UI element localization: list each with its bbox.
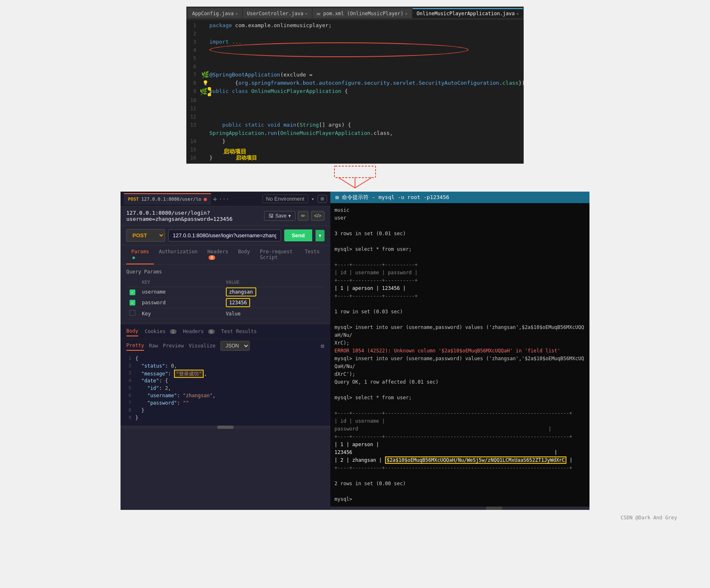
editor-tab-bar: AppConfig.java × UserController.java × 𝑚… <box>186 7 524 20</box>
add-tab-button[interactable]: + <box>213 194 217 203</box>
tab-label: UserController.java <box>247 11 303 16</box>
history-button[interactable]: ⊞ <box>318 195 327 203</box>
param-value-empty[interactable]: Value <box>223 308 325 319</box>
param-row-password: ✓ password 123456 <box>126 297 325 308</box>
tab-headers[interactable]: Headers 8 <box>202 245 233 264</box>
send-button[interactable]: Send <box>284 229 312 241</box>
params-table: KEY VALUE ✓ username zhangsan ✓ <box>126 278 325 319</box>
request-tabs: Params Authorization Headers 8 Body Pre-… <box>121 245 330 265</box>
response-tab-headers[interactable]: Headers 6 <box>183 327 215 336</box>
response-tab-body[interactable]: Body <box>126 326 138 336</box>
close-icon[interactable]: × <box>235 12 238 16</box>
clear-icon[interactable]: ≡ <box>320 342 325 350</box>
param-value-username[interactable]: zhangsan <box>226 287 256 296</box>
method-select[interactable]: POST GET PUT DELETE <box>126 229 165 242</box>
save-button[interactable]: 🖫 Save ▾ <box>264 211 295 221</box>
param-row-username: ✓ username zhangsan <box>126 287 325 298</box>
cmd-table1-row1: | 1 | aperson | 123456 | <box>334 285 585 292</box>
param-key-empty[interactable]: Key <box>139 308 223 319</box>
request-tab[interactable]: POST 127.0.0.1:8080/user/lo <box>124 193 211 205</box>
cmd-2rows: 2 rows in set (0.00 sec) <box>334 480 585 488</box>
cmd-line-empty2 <box>334 238 585 245</box>
cmd-table2-row2: | 2 | zhangsan | $2a$10$oEMuqB56MXcUQQaH… <box>334 456 585 464</box>
cmd-line-rows1: 3 rows in set (0.01 sec) <box>334 230 585 238</box>
cmd-line-empty7 <box>334 472 585 480</box>
cmd-line-empty5 <box>334 386 585 394</box>
param-value-password[interactable]: 123456 <box>226 298 250 307</box>
cmd-title-text: 命令提示符 - mysql -u root -p123456 <box>342 194 449 201</box>
response-tabs-bar: Body Cookies 1 Headers 6 Test Results <box>121 324 330 339</box>
code-button[interactable]: </> <box>311 211 325 221</box>
cmd-line-empty8 <box>334 488 585 495</box>
cmd-scrollbar[interactable] <box>330 507 589 510</box>
cmd-table2-footer: +----+----------+-----------------------… <box>334 464 585 472</box>
col-value: VALUE <box>223 278 325 287</box>
json-response: 1 { 2 "status": 0, 3 "message": "登录成功", … <box>121 352 330 426</box>
highlighted-password: $2a$10$oEMuqB56MXcUQQaH/Nu/WeSj5w/zNQQ1L… <box>385 456 566 464</box>
tab-label: AppConfig.java <box>192 11 234 16</box>
cmd-table2-divider: +----+----------+-----------------------… <box>334 433 585 441</box>
checkbox-password[interactable]: ✓ <box>130 300 135 306</box>
cmd-line-select1: mysql> select * from user; <box>334 245 585 253</box>
svg-rect-0 <box>334 166 376 178</box>
cmd-error: ERROR 1054 (42S22): Unknown column '$2a$… <box>334 347 585 355</box>
full-url-display: 127.0.0.1:8080/user/login?username=zhang… <box>126 210 264 222</box>
cmd-table2-header: | id | username | password | <box>334 417 585 433</box>
format-preview[interactable]: Preview <box>163 341 184 350</box>
chinese-annotation: 启动项目 <box>223 147 246 155</box>
cmd-select2: mysql> select * from user; <box>334 394 585 402</box>
editor-tab-usercontroller[interactable]: UserController.java × <box>243 8 311 18</box>
param-key-username[interactable]: username <box>139 287 223 298</box>
editor-tab-main[interactable]: OnlineMusicPlayerApplication.java × <box>413 8 523 18</box>
tab-pre-request[interactable]: Pre-request Script <box>255 245 300 264</box>
response-tab-test[interactable]: Test Results <box>221 327 257 336</box>
cmd-terminal: ⊞ 命令提示符 - mysql -u root -p123456 music u… <box>330 192 589 510</box>
send-dropdown[interactable]: ▾ <box>316 230 325 241</box>
tab-tests[interactable]: Tests <box>300 245 325 264</box>
more-tabs-button[interactable]: ··· <box>219 196 229 202</box>
cmd-table1-header: | id | username | password | <box>334 269 585 277</box>
tab-label: 𝑚 pom.xml (OnlineMusicPlayer) <box>317 11 404 16</box>
arrow-diagram <box>314 165 396 190</box>
cmd-insert1: mysql> insert into user (username,passwo… <box>334 324 585 347</box>
format-raw[interactable]: Raw <box>149 341 158 350</box>
cmd-table1-border: +----+----------+----------+ <box>334 261 585 269</box>
tab-params[interactable]: Params <box>126 245 154 264</box>
param-row-empty: Key Value <box>126 308 325 319</box>
close-icon[interactable]: × <box>405 12 408 16</box>
tab-body[interactable]: Body <box>233 245 255 264</box>
cmd-line-empty3 <box>334 253 585 261</box>
url-short: 127.0.0.1:8080/user/lo <box>142 197 202 202</box>
cmd-line-rows2 <box>334 300 585 308</box>
cmd-scrollbar-thumb <box>486 507 502 510</box>
url-input[interactable] <box>168 229 281 241</box>
close-icon[interactable]: × <box>516 12 519 16</box>
query-params-section: Query Params KEY VALUE ✓ <box>121 265 330 324</box>
cmd-line-empty4 <box>334 316 585 324</box>
format-visualize[interactable]: Visualize <box>189 341 216 350</box>
environment-selector[interactable]: No Environment <box>262 194 308 203</box>
checkbox-empty[interactable] <box>130 310 135 316</box>
env-dropdown-icon[interactable]: ▾ <box>311 196 314 202</box>
scrollbar-horizontal[interactable] <box>121 426 330 429</box>
checkbox-username[interactable]: ✓ <box>130 289 135 295</box>
tab-authorization[interactable]: Authorization <box>154 245 202 264</box>
cmd-table1-divider: +----+----------+----------+ <box>334 277 585 285</box>
response-format-bar: Pretty Raw Preview Visualize JSON ≡ <box>121 339 330 352</box>
cmd-line-user: user <box>334 214 585 222</box>
cmd-table1-footer: +----+----------+----------+ <box>334 292 585 300</box>
editor-tab-appconfig[interactable]: AppConfig.java × <box>188 8 242 18</box>
query-params-title: Query Params <box>126 269 325 275</box>
format-pretty[interactable]: Pretty <box>126 341 144 351</box>
param-key-password[interactable]: password <box>139 297 223 308</box>
cmd-table2-row1: | 1 | aperson | 123456 | <box>334 441 585 456</box>
tab-label: OnlineMusicPlayerApplication.java <box>417 11 515 16</box>
format-selector[interactable]: JSON <box>220 341 250 351</box>
close-icon[interactable]: × <box>305 12 307 16</box>
cmd-line-empty1 <box>334 222 585 230</box>
edit-button[interactable]: ✏ <box>298 211 309 221</box>
cmd-query-ok: Query OK, 1 row affected (0.01 sec) <box>334 378 585 386</box>
response-tab-cookies[interactable]: Cookies 1 <box>145 327 176 336</box>
editor-tab-pomxml[interactable]: 𝑚 pom.xml (OnlineMusicPlayer) × <box>313 8 412 18</box>
bulb-icon: 💡 <box>202 79 209 87</box>
